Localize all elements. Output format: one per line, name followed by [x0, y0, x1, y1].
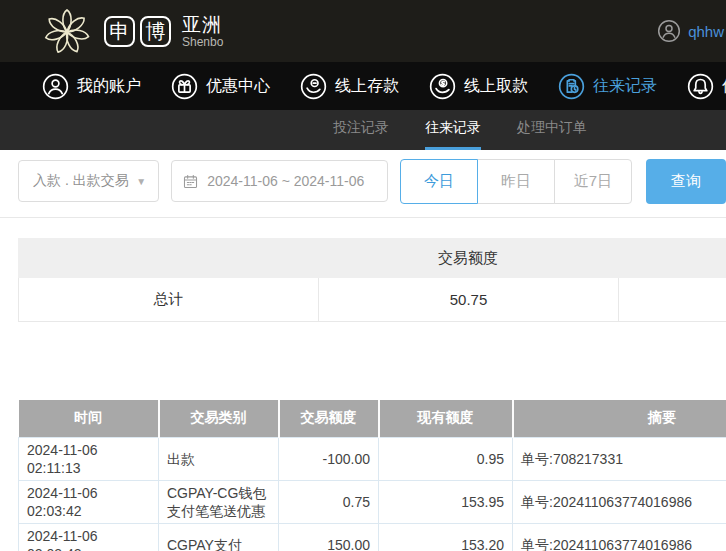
cell-summary: 单号:708217331 — [513, 437, 726, 480]
logo-char-box: 申 — [104, 16, 135, 47]
summary-table: 交易额度 总计 50.75 — [18, 238, 726, 322]
brand-header: 申 博 亚洲 Shenbo qhhw — [0, 0, 726, 62]
summary-empty-cell — [618, 278, 726, 321]
nav-label: 线上存款 — [335, 76, 399, 97]
cell-balance: 153.95 — [379, 480, 513, 523]
nav-label: 往来记录 — [593, 76, 657, 97]
brand-logo[interactable]: 申 博 亚洲 Shenbo — [104, 15, 223, 48]
date-range-value: 2024-11-06 ~ 2024-11-06 — [207, 173, 364, 189]
col-type: 交易类别 — [159, 400, 279, 437]
nav-label: 信息 — [722, 76, 726, 97]
logo-region-en: Shenbo — [182, 36, 223, 48]
tab-transaction-records[interactable]: 往来记录 — [425, 119, 481, 150]
cell-time: 2024-11-06 02:03:42 — [19, 480, 159, 523]
nav-item-my-account[interactable]: 我的账户 — [42, 73, 141, 100]
summary-total-label: 总计 — [18, 278, 318, 321]
sub-nav: 投注记录 往来记录 处理中订单 — [0, 110, 726, 150]
main-nav: 我的账户 优惠中心 线上存款 — [0, 62, 726, 110]
cell-amount: -100.00 — [279, 437, 379, 480]
nav-item-messages[interactable]: 信息 — [687, 73, 726, 100]
quick-date-group: 今日 昨日 近7日 — [400, 159, 632, 204]
date-range-input[interactable]: 2024-11-06 ~ 2024-11-06 — [171, 160, 388, 202]
cell-time: 2024-11-06 02:11:13 — [19, 437, 159, 480]
cell-balance: 0.95 — [379, 437, 513, 480]
table-row: 2024-11-06 02:03:42 CGPAY支付 150.00 153.2… — [19, 524, 726, 551]
cell-summary: 单号:202411063774016986 — [513, 524, 726, 551]
summary-header: 交易额度 — [18, 238, 726, 278]
transactions-table: 时间 交易类别 交易额度 现有额度 摘要 2024-11-06 02:11:13… — [18, 400, 726, 551]
nav-label: 线上取款 — [464, 76, 528, 97]
cell-balance: 153.20 — [379, 524, 513, 551]
logo-region: 亚洲 Shenbo — [182, 15, 223, 48]
quick-last7days-button[interactable]: 近7日 — [554, 159, 632, 204]
nav-item-records[interactable]: 往来记录 — [558, 73, 657, 100]
cell-amount: 0.75 — [279, 480, 379, 523]
promo-icon — [171, 73, 198, 100]
cell-type: CGPAY支付 — [159, 524, 279, 551]
table-header-row: 时间 交易类别 交易额度 现有额度 摘要 — [19, 400, 726, 437]
nav-label: 优惠中心 — [206, 76, 270, 97]
summary-row: 总计 50.75 — [18, 278, 726, 322]
logo-region-cn: 亚洲 — [182, 15, 223, 34]
bell-icon — [687, 73, 714, 100]
cell-type: CGPAY-CG钱包支付笔笔送优惠 — [159, 480, 279, 523]
col-time: 时间 — [19, 400, 159, 437]
page: 申 博 亚洲 Shenbo qhhw 我的账户 — [0, 0, 726, 551]
nav-label: 我的账户 — [77, 76, 141, 97]
withdraw-icon — [429, 73, 456, 100]
nav-item-withdraw[interactable]: 线上取款 — [429, 73, 528, 100]
cell-amount: 150.00 — [279, 524, 379, 551]
tab-pending-orders[interactable]: 处理中订单 — [517, 119, 587, 150]
cell-summary: 单号:202411063774016986 — [513, 480, 726, 523]
table-row: 2024-11-06 02:03:42 CGPAY-CG钱包支付笔笔送优惠 0.… — [19, 480, 726, 523]
account-icon — [42, 73, 69, 100]
query-button[interactable]: 查询 — [646, 159, 726, 204]
col-summary: 摘要 — [513, 400, 726, 437]
tab-bet-records[interactable]: 投注记录 — [333, 119, 389, 150]
col-balance: 现有额度 — [379, 400, 513, 437]
nav-item-deposit[interactable]: 线上存款 — [300, 73, 399, 100]
transaction-type-value: 入款 . 出款交易 — [33, 172, 129, 190]
chevron-down-icon: ▼ — [136, 176, 146, 187]
quick-today-button[interactable]: 今日 — [400, 159, 478, 204]
user-area[interactable]: qhhw — [657, 0, 726, 62]
cell-time: 2024-11-06 02:03:42 — [19, 524, 159, 551]
deposit-icon — [300, 73, 327, 100]
filter-bar: 入款 . 出款交易 ▼ 2024-11-06 ~ 2024-11-06 今日 昨… — [0, 150, 726, 218]
cell-type: 出款 — [159, 437, 279, 480]
summary-total-value: 50.75 — [318, 278, 618, 321]
logo-char-box: 博 — [140, 16, 171, 47]
nav-item-promotions[interactable]: 优惠中心 — [171, 73, 270, 100]
quick-yesterday-button[interactable]: 昨日 — [477, 159, 555, 204]
table-row: 2024-11-06 02:11:13 出款 -100.00 0.95 单号:7… — [19, 437, 726, 480]
flower-logo-icon — [40, 3, 94, 59]
records-icon — [558, 73, 585, 100]
user-avatar-icon — [657, 19, 681, 43]
calendar-icon — [182, 173, 199, 190]
col-amount: 交易额度 — [279, 400, 379, 437]
username[interactable]: qhhw — [688, 23, 724, 40]
transaction-type-select[interactable]: 入款 . 出款交易 ▼ — [18, 160, 159, 202]
